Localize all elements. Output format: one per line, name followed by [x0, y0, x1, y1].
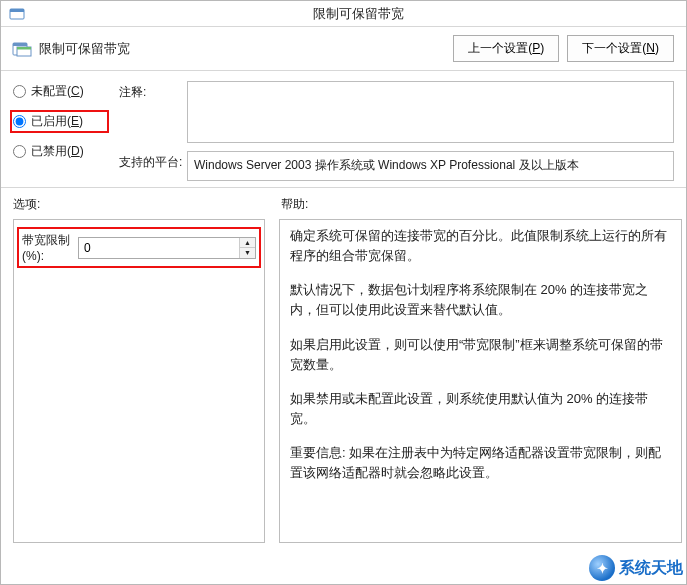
help-header: 帮助: — [281, 196, 674, 213]
window-icon — [7, 4, 27, 24]
options-panel: 带宽限制 (%): ▲ ▼ — [13, 219, 265, 543]
policy-window: 限制可保留带宽 限制可保留带宽 上一个设置(P) 下一个设置(N) 未配置(C) — [0, 0, 687, 585]
bandwidth-input[interactable] — [79, 238, 239, 258]
spinner-up-button[interactable]: ▲ — [240, 238, 255, 249]
policy-name-row: 限制可保留带宽 — [11, 40, 130, 58]
help-panel[interactable]: 确定系统可保留的连接带宽的百分比。此值限制系统上运行的所有程序的组合带宽保留。 … — [279, 219, 682, 543]
bandwidth-option-row: 带宽限制 (%): ▲ ▼ — [17, 227, 261, 268]
bandwidth-label: 带宽限制 (%): — [22, 232, 78, 263]
options-header: 选项: — [13, 196, 281, 213]
window-title: 限制可保留带宽 — [31, 1, 686, 27]
policy-icon — [11, 40, 33, 58]
policy-name-label: 限制可保留带宽 — [39, 40, 130, 58]
svg-rect-1 — [10, 9, 24, 12]
titlebar: 限制可保留带宽 — [1, 1, 686, 27]
nav-buttons: 上一个设置(P) 下一个设置(N) — [453, 35, 674, 62]
columns: 带宽限制 (%): ▲ ▼ 确定系统可保留的连接带宽的百分比。此值限制系统上运行… — [1, 219, 686, 547]
comment-row: 注释: — [119, 81, 674, 143]
spinner-buttons: ▲ ▼ — [239, 238, 255, 258]
bandwidth-spinner[interactable]: ▲ ▼ — [78, 237, 256, 259]
help-p3: 如果启用此设置，则可以使用“带宽限制”框来调整系统可保留的带宽数量。 — [290, 335, 671, 375]
spinner-down-button[interactable]: ▼ — [240, 248, 255, 258]
columns-header: 选项: 帮助: — [1, 188, 686, 219]
config-body: 未配置(C) 已启用(E) 已禁用(D) 注释: 支持的平台: Windows … — [1, 71, 686, 188]
svg-rect-5 — [17, 47, 31, 50]
radio-disabled-input[interactable] — [13, 145, 26, 158]
prev-setting-button[interactable]: 上一个设置(P) — [453, 35, 559, 62]
help-p1: 确定系统可保留的连接带宽的百分比。此值限制系统上运行的所有程序的组合带宽保留。 — [290, 226, 671, 266]
platform-label: 支持的平台: — [119, 151, 187, 171]
next-setting-button[interactable]: 下一个设置(N) — [567, 35, 674, 62]
platform-value: Windows Server 2003 操作系统或 Windows XP Pro… — [187, 151, 674, 181]
help-p4: 如果禁用或未配置此设置，则系统使用默认值为 20% 的连接带宽。 — [290, 389, 671, 429]
state-radios: 未配置(C) 已启用(E) 已禁用(D) — [13, 81, 109, 181]
comment-textarea[interactable] — [187, 81, 674, 143]
right-column: 注释: 支持的平台: Windows Server 2003 操作系统或 Win… — [119, 81, 674, 181]
help-p5: 重要信息: 如果在注册表中为特定网络适配器设置带宽限制，则配置该网络适配器时就会… — [290, 443, 671, 483]
comment-label: 注释: — [119, 81, 187, 101]
radio-not-configured-input[interactable] — [13, 85, 26, 98]
radio-disabled[interactable]: 已禁用(D) — [13, 143, 109, 160]
help-p2: 默认情况下，数据包计划程序将系统限制在 20% 的连接带宽之内，但可以使用此设置… — [290, 280, 671, 320]
platform-row: 支持的平台: Windows Server 2003 操作系统或 Windows… — [119, 151, 674, 181]
radio-enabled[interactable]: 已启用(E) — [10, 110, 109, 133]
radio-not-configured[interactable]: 未配置(C) — [13, 83, 109, 100]
radio-enabled-input[interactable] — [13, 115, 26, 128]
header-row: 限制可保留带宽 上一个设置(P) 下一个设置(N) — [1, 27, 686, 71]
svg-rect-3 — [13, 43, 27, 46]
